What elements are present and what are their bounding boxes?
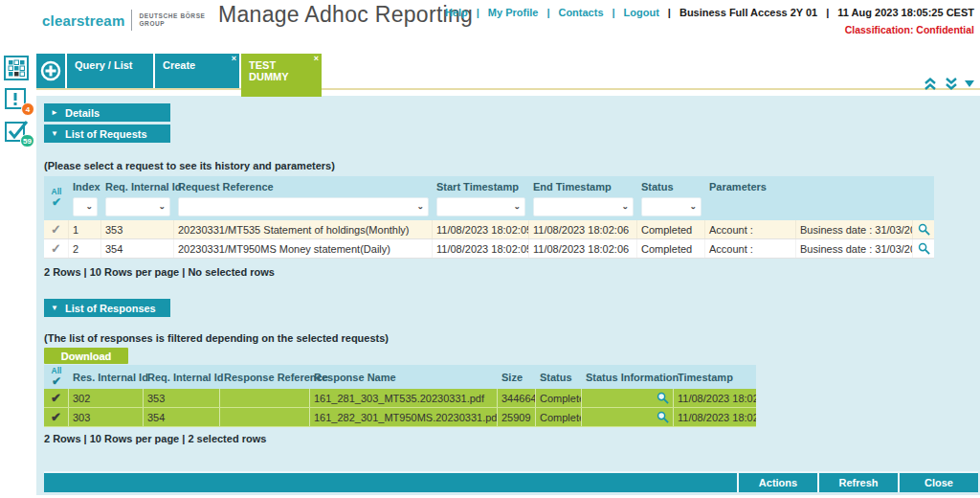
grid-icon [4, 56, 29, 80]
request-row[interactable]: ✓ 2 354 20230331/MT950MS Money statement… [44, 239, 934, 259]
view-status-info-icon[interactable] [582, 389, 674, 407]
cell-reference: 20230331/MT535 Statement of holdings(Mon… [174, 220, 433, 238]
row-check-icon[interactable]: ✓ [44, 220, 69, 238]
col-req-internal-id: Req. Internal Id [147, 370, 216, 385]
tasks-icon[interactable]: 59 [4, 119, 29, 144]
col-response-name: Response Name [314, 370, 494, 385]
logout-link[interactable]: Logout [624, 7, 659, 18]
response-row[interactable]: ✔ 302 353 161_281_303_MT535.20230331.pdf… [44, 389, 756, 408]
bottom-action-bar: Actions Refresh Close [44, 471, 978, 492]
row-check-icon[interactable]: ✔ [44, 389, 69, 407]
user-role-label: Business Full Access 2Y 01 [679, 7, 817, 18]
responses-panel-header[interactable]: ▼ List of Responses [44, 299, 170, 317]
view-parameters-icon[interactable] [913, 239, 934, 258]
select-all-responses[interactable]: All ✔ [44, 367, 69, 387]
filter-end-select[interactable]: ⌄ [533, 197, 634, 216]
alerts-badge: 4 [21, 102, 34, 116]
tab-test-dummy[interactable]: TEST DUMMY × [241, 54, 322, 97]
link-separator: | [612, 7, 615, 18]
cell-index: 2 [69, 239, 101, 258]
chevron-down-icon: ⌄ [621, 203, 629, 211]
cell-response-name: 161_282_301_MT950MS.20230331.pdf [310, 408, 498, 426]
plus-icon [40, 60, 61, 81]
row-check-icon[interactable]: ✔ [44, 408, 69, 426]
cell-req-id: 353 [101, 220, 174, 238]
requests-table-footer: 2 Rows | 10 Rows per page | No selected … [44, 266, 980, 278]
chevron-down-icon: ⌄ [158, 203, 166, 211]
col-parameters: Parameters [709, 179, 930, 195]
cell-reference [220, 408, 310, 426]
filter-reference-select[interactable]: ⌄ [178, 197, 429, 216]
session-datetime: 11 Aug 2023 18:05:25 CEST [837, 7, 974, 18]
close-tab-icon[interactable]: × [314, 54, 319, 63]
app-header: clearstream DEUTSCHE BÖRSE GROUP Manage … [0, 0, 980, 52]
responses-hint: (The list of responses is filtered depen… [44, 332, 980, 344]
cell-res-id: 302 [69, 389, 144, 407]
close-button[interactable]: Close [898, 473, 978, 492]
filter-start-select[interactable]: ⌄ [436, 197, 525, 216]
cell-status: Completed [536, 408, 582, 426]
responses-table-footer: 2 Rows | 10 Rows per page | 2 selected r… [44, 433, 980, 444]
col-end-timestamp: End Timestamp [533, 179, 634, 195]
requests-hint: (Please select a request to see its hist… [44, 160, 980, 171]
link-separator: | [546, 7, 549, 18]
filter-req-id-select[interactable]: ⌄ [105, 197, 170, 216]
tab-create[interactable]: Create × [155, 54, 239, 88]
chevron-down-icon: ⌄ [513, 203, 521, 211]
apps-grid-icon[interactable] [4, 56, 29, 80]
col-index: Index [73, 179, 98, 195]
col-status: Status [540, 370, 578, 385]
tab-content-area: ► Details ▼ List of Requests (Please sel… [36, 96, 980, 495]
chevron-down-icon: ▼ [44, 129, 65, 138]
left-icon-rail: 4 59 [4, 56, 36, 144]
classification-label: Classification: Confidential [845, 24, 974, 35]
cell-reference [220, 389, 310, 407]
my-profile-link[interactable]: My Profile [488, 7, 539, 18]
requests-panel-header[interactable]: ▼ List of Requests [44, 124, 170, 143]
request-row[interactable]: ✓ 1 353 20230331/MT535 Statement of hold… [44, 220, 934, 239]
collapse-all-icon[interactable] [923, 77, 938, 91]
cell-timestamp: 11/08/2023 18:02:06 [674, 389, 756, 407]
cell-param-value: Business date : 31/03/2023 Re... [796, 220, 913, 238]
cell-status: Completed [637, 220, 705, 238]
cell-req-id: 354 [144, 408, 220, 426]
tab-label: Query / List [75, 59, 133, 71]
cell-status: Completed [536, 389, 582, 407]
cell-end: 11/08/2023 18:02:06 [529, 220, 637, 238]
contacts-link[interactable]: Contacts [558, 7, 603, 18]
row-check-icon[interactable]: ✓ [44, 239, 69, 258]
manage-adhoc-reporting-page: clearstream DEUTSCHE BÖRSE GROUP Manage … [0, 0, 980, 498]
download-button[interactable]: Download [44, 348, 128, 364]
actions-button[interactable]: Actions [737, 473, 817, 492]
col-res-internal-id: Res. Internal Id [73, 370, 140, 385]
cell-reference: 20230331/MT950MS Money statement(Daily) [174, 239, 433, 258]
filter-index-select[interactable]: ⌄ [73, 197, 98, 216]
filter-status-select[interactable]: ⌄ [641, 197, 702, 216]
panel-title: Details [65, 107, 100, 119]
group-name: DEUTSCHE BÖRSE GROUP [139, 12, 205, 28]
magnifier-icon [918, 242, 930, 255]
chevron-down-icon: ⌄ [416, 203, 424, 211]
view-parameters-icon[interactable] [913, 220, 934, 238]
tab-query-list[interactable]: Query / List [67, 54, 153, 88]
cell-res-id: 303 [69, 408, 144, 426]
check-icon: ✔ [52, 196, 61, 208]
cell-index: 1 [69, 220, 101, 238]
view-status-info-icon[interactable] [582, 408, 674, 426]
response-row[interactable]: ✔ 303 354 161_282_301_MT950MS.20230331.p… [44, 408, 756, 427]
add-tab-button[interactable] [36, 54, 65, 88]
help-link[interactable]: Help [445, 7, 468, 18]
panel-menu-icon[interactable] [965, 80, 974, 87]
expand-all-icon[interactable] [944, 77, 959, 91]
close-tab-icon[interactable]: × [232, 54, 236, 63]
select-all-requests[interactable]: All ✔ [44, 179, 69, 216]
requests-table: All ✔ Index ⌄ Req. Internal Id ⌄ Request… [44, 176, 934, 259]
tab-bar: Query / List Create × TEST DUMMY × [36, 54, 980, 90]
details-panel-header[interactable]: ► Details [44, 103, 170, 122]
cell-size: 25909 [498, 408, 536, 426]
alerts-icon[interactable]: 4 [4, 87, 29, 112]
header-links: Help| My Profile| Contacts| Logout| Busi… [445, 7, 974, 18]
col-timestamp: Timestamp [678, 370, 752, 385]
link-separator: | [668, 7, 671, 18]
refresh-button[interactable]: Refresh [817, 473, 898, 492]
